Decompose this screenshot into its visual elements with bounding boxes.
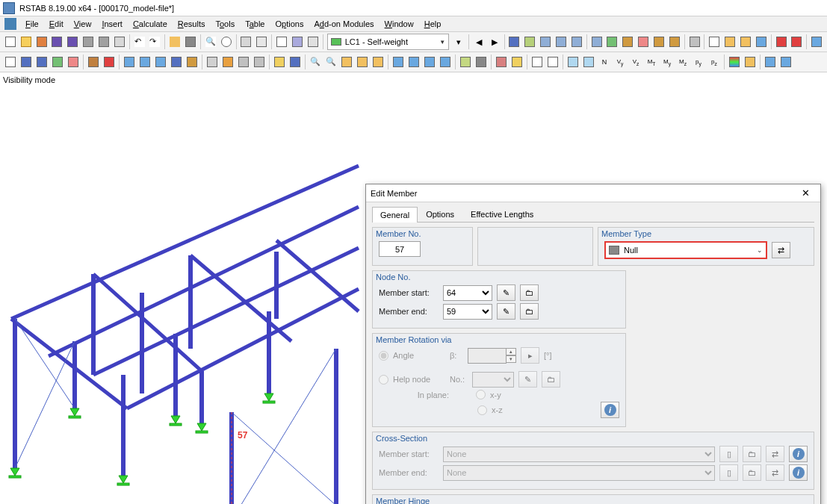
tb-print-icon[interactable] <box>81 34 96 49</box>
t2-v1[interactable] <box>566 55 580 69</box>
cs-start-info-button[interactable]: i <box>789 446 808 462</box>
pick-start-node-button[interactable]: ✎ <box>497 284 515 301</box>
tb-d9[interactable] <box>651 34 666 49</box>
new-start-node-button[interactable]: 🗀 <box>520 284 539 301</box>
t2-f[interactable] <box>86 55 101 69</box>
tb-d5[interactable] <box>589 34 604 49</box>
node-start-combo[interactable]: 64 <box>443 285 492 301</box>
t2-v2[interactable] <box>581 55 596 69</box>
menu-edit[interactable]: Edit <box>45 18 68 30</box>
tb-search-icon[interactable]: 🔍 <box>203 34 218 49</box>
tb-d6[interactable] <box>605 34 620 49</box>
t2-g[interactable] <box>102 55 117 69</box>
t2-col2[interactable] <box>743 55 758 69</box>
tb-dropdown[interactable]: ▾ <box>451 34 466 49</box>
t2-n-btn[interactable]: N <box>597 55 612 69</box>
tb-d17[interactable] <box>790 34 805 49</box>
t2-frame1[interactable] <box>530 55 545 69</box>
t2-h[interactable] <box>122 55 137 69</box>
dialog-titlebar[interactable]: Edit Member ✕ <box>366 184 820 202</box>
t2-j[interactable] <box>153 55 168 69</box>
tb-prev-icon[interactable]: ◀ <box>471 34 486 49</box>
menu-window[interactable]: Window <box>380 18 418 30</box>
t2-r[interactable] <box>288 55 303 69</box>
tb-d15[interactable] <box>754 34 769 49</box>
t2-t2[interactable] <box>474 55 489 69</box>
tab-general[interactable]: General <box>372 207 418 223</box>
loadcase-combo[interactable]: LC1 - Self-weight ▼ <box>327 34 449 50</box>
tb-calc-icon[interactable] <box>183 34 198 49</box>
t2-u2[interactable] <box>509 55 524 69</box>
tb-d7[interactable] <box>620 34 635 49</box>
tb-next-icon[interactable]: ▶ <box>487 34 502 49</box>
member-no-input[interactable] <box>379 241 421 257</box>
t2-o[interactable] <box>236 55 251 69</box>
t2-c[interactable] <box>34 55 49 69</box>
t2-q[interactable] <box>272 55 287 69</box>
tb-d8[interactable] <box>636 34 651 49</box>
tb-print2-icon[interactable] <box>96 34 111 49</box>
tb-member-icon[interactable] <box>507 34 522 49</box>
t2-m[interactable] <box>205 55 220 69</box>
rotation-angle-radio[interactable] <box>379 351 388 361</box>
menu-results[interactable]: Results <box>173 18 210 30</box>
menu-table[interactable]: Table <box>241 18 269 30</box>
t2-d[interactable] <box>50 55 65 69</box>
tb-finger-icon[interactable] <box>167 34 182 49</box>
rotation-info-button[interactable]: i <box>601 402 619 418</box>
viewport[interactable]: Visibility mode <box>0 72 827 498</box>
tab-options[interactable]: Options <box>418 206 462 222</box>
tb-new-icon[interactable] <box>3 34 18 49</box>
menu-addon[interactable]: Add-on Modules <box>309 18 378 30</box>
tb-d4[interactable] <box>569 34 584 49</box>
menu-insert[interactable]: Insert <box>97 18 127 30</box>
tb-d10[interactable] <box>667 34 682 49</box>
member-type-combo[interactable]: Null ⌄ <box>604 241 767 259</box>
t2-zoom1[interactable]: 🔍 <box>308 55 323 69</box>
t2-l[interactable] <box>185 55 199 69</box>
tb-open-icon[interactable] <box>19 34 34 49</box>
t2-cube1[interactable] <box>339 55 354 69</box>
t2-py[interactable]: py <box>691 55 706 69</box>
menu-view[interactable]: View <box>69 18 96 30</box>
t2-my[interactable]: My <box>660 55 675 69</box>
node-end-combo[interactable]: 59 <box>443 304 492 320</box>
t2-n[interactable] <box>220 55 235 69</box>
menu-help[interactable]: Help <box>420 18 446 30</box>
t2-vy[interactable]: Vy <box>613 55 628 69</box>
t2-mt[interactable]: MT <box>644 55 659 69</box>
tb-table-icon[interactable] <box>306 34 320 49</box>
tb-save-icon[interactable] <box>49 34 64 49</box>
menu-file[interactable]: File <box>21 18 43 30</box>
tb-d12[interactable] <box>707 34 722 49</box>
t2-last1[interactable] <box>763 55 778 69</box>
tb-d1[interactable] <box>522 34 537 49</box>
menu-tools[interactable]: Tools <box>211 18 239 30</box>
tb-d11[interactable] <box>687 34 702 49</box>
tb-open2-icon[interactable] <box>34 34 49 49</box>
tb-d16[interactable] <box>774 34 789 49</box>
tb-d2[interactable] <box>538 34 553 49</box>
t2-b[interactable] <box>19 55 34 69</box>
t2-zoom2[interactable]: 🔍 <box>323 55 338 69</box>
t2-p[interactable] <box>252 55 267 69</box>
tb-ring-icon[interactable] <box>219 34 234 49</box>
t2-e[interactable] <box>66 55 81 69</box>
t2-s2[interactable] <box>406 55 421 69</box>
rotation-helpnode-radio[interactable] <box>379 375 388 385</box>
cs-end-info-button[interactable]: i <box>789 464 808 481</box>
tb-d13[interactable] <box>722 34 737 49</box>
t2-cube3[interactable] <box>371 55 385 69</box>
tb-d18[interactable] <box>809 34 824 49</box>
t2-last2[interactable] <box>778 55 793 69</box>
tb-grid2-icon[interactable] <box>290 34 305 49</box>
t2-u1[interactable] <box>494 55 509 69</box>
menu-options[interactable]: Options <box>270 18 308 30</box>
t2-col1[interactable] <box>727 55 742 69</box>
t2-mz[interactable]: Mz <box>675 55 690 69</box>
t2-i[interactable] <box>137 55 152 69</box>
menu-calculate[interactable]: Calculate <box>128 18 172 30</box>
tb-tile1-icon[interactable] <box>239 34 254 49</box>
close-icon[interactable]: ✕ <box>795 186 816 201</box>
tb-saveall-icon[interactable] <box>65 34 80 49</box>
